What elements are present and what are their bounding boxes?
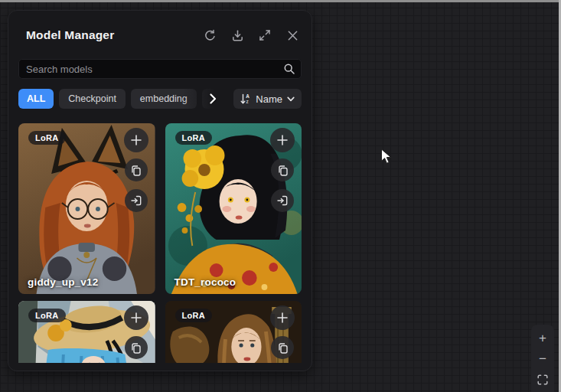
filter-chip-checkpoint[interactable]: Checkpoint — [59, 89, 126, 109]
copy-icon — [130, 165, 142, 176]
filter-chip-list: ALL Checkpoint embedding Hype — [18, 89, 227, 109]
chevron-down-icon — [287, 96, 295, 102]
model-name: TDT_rococo — [174, 276, 236, 288]
search-icon — [283, 63, 295, 75]
add-to-workflow-button[interactable] — [124, 128, 148, 152]
zoom-out-button[interactable]: − — [531, 348, 554, 369]
canvas-zoom-toolbar: + − — [531, 325, 554, 392]
plus-icon — [276, 134, 289, 146]
model-manager-panel: Model Manager — [8, 10, 312, 371]
search-bar — [18, 59, 302, 79]
card-actions — [124, 128, 148, 220]
card-actions — [270, 305, 295, 363]
chevron-right-icon[interactable] — [210, 93, 217, 104]
expand-icon — [259, 29, 271, 41]
add-to-workflow-button[interactable] — [270, 305, 295, 330]
add-to-workflow-button[interactable] — [124, 305, 148, 330]
expand-button[interactable] — [257, 28, 272, 43]
model-type-badge: LoRA — [175, 309, 213, 322]
copy-icon — [277, 342, 289, 354]
fit-view-icon — [537, 374, 548, 385]
close-button[interactable] — [285, 28, 300, 43]
model-type-badge: LoRA — [28, 131, 66, 145]
filter-chip-embedding[interactable]: embedding — [131, 89, 197, 109]
page-title: Model Manager — [26, 28, 114, 42]
model-card[interactable]: LoRA — [18, 301, 155, 363]
screenshot-root: { "header": { "title": "Model Manager", … — [0, 0, 561, 392]
filter-row: ALL Checkpoint embedding Hype A z Name — [18, 89, 302, 109]
model-name: giddy_up_v12 — [28, 276, 98, 288]
window-border-top — [0, 0, 561, 2]
card-actions — [124, 305, 148, 363]
add-to-workflow-button[interactable] — [270, 128, 295, 152]
copy-model-button[interactable] — [271, 336, 294, 359]
copy-model-button[interactable] — [271, 158, 294, 181]
panel-header: Model Manager — [18, 26, 302, 44]
header-actions — [202, 28, 300, 43]
load-model-button[interactable] — [271, 189, 294, 212]
plus-icon — [276, 312, 289, 324]
download-button[interactable] — [230, 28, 245, 43]
model-card[interactable]: LoRA — [165, 301, 302, 363]
plus-icon — [130, 312, 142, 324]
model-card[interactable]: LoRA giddy_up_v12 — [18, 123, 155, 294]
sort-ascending-icon: A z — [240, 93, 251, 105]
model-type-badge: LoRA — [28, 309, 66, 322]
close-icon — [287, 30, 298, 41]
copy-model-button[interactable] — [125, 158, 148, 181]
refresh-button[interactable] — [202, 28, 217, 43]
model-type-badge: LoRA — [175, 131, 213, 145]
sort-button[interactable]: A z Name — [233, 89, 302, 109]
sort-label: Name — [256, 93, 282, 105]
card-actions — [270, 128, 295, 220]
svg-text:A: A — [246, 93, 250, 99]
model-card[interactable]: LoRA TDT_rococo — [165, 123, 302, 294]
plus-icon — [130, 134, 142, 146]
download-icon — [231, 29, 244, 42]
refresh-icon — [204, 29, 217, 42]
load-model-button[interactable] — [125, 189, 148, 212]
copy-icon — [277, 165, 289, 176]
import-icon — [130, 194, 142, 207]
copy-icon — [130, 342, 142, 354]
filter-chip-all[interactable]: ALL — [18, 89, 54, 109]
search-input[interactable] — [18, 59, 302, 79]
model-grid: LoRA giddy_up_v12 — [18, 123, 302, 363]
copy-model-button[interactable] — [125, 336, 148, 359]
fit-view-button[interactable] — [531, 369, 554, 390]
import-icon — [276, 194, 289, 207]
zoom-in-button[interactable]: + — [531, 328, 554, 348]
svg-text:z: z — [246, 99, 249, 104]
